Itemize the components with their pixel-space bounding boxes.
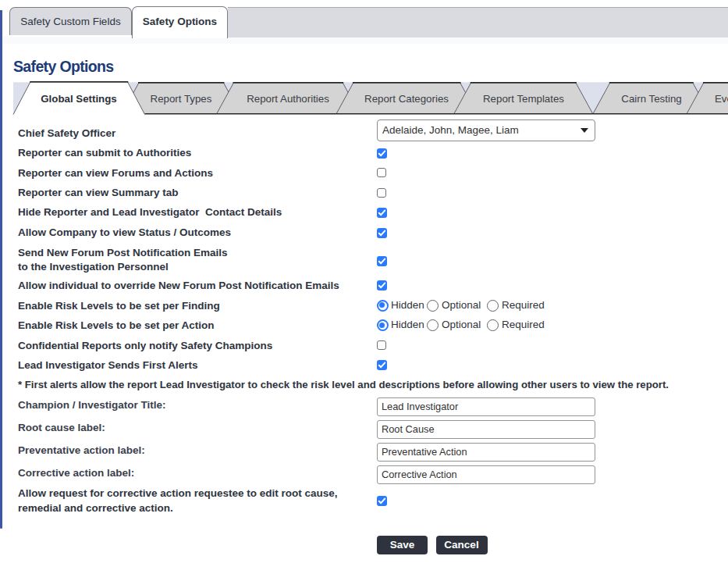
- svg-text:Cairn Testing: Cairn Testing: [621, 93, 681, 105]
- svg-text:Report Templates: Report Templates: [483, 93, 564, 105]
- svg-text:Global Settings: Global Settings: [41, 93, 117, 105]
- svg-text:Report Categories: Report Categories: [364, 93, 449, 105]
- svg-text:Report Authorities: Report Authorities: [247, 93, 329, 105]
- svg-text:Events: Events: [715, 93, 728, 105]
- svg-text:Report Types: Report Types: [151, 93, 212, 105]
